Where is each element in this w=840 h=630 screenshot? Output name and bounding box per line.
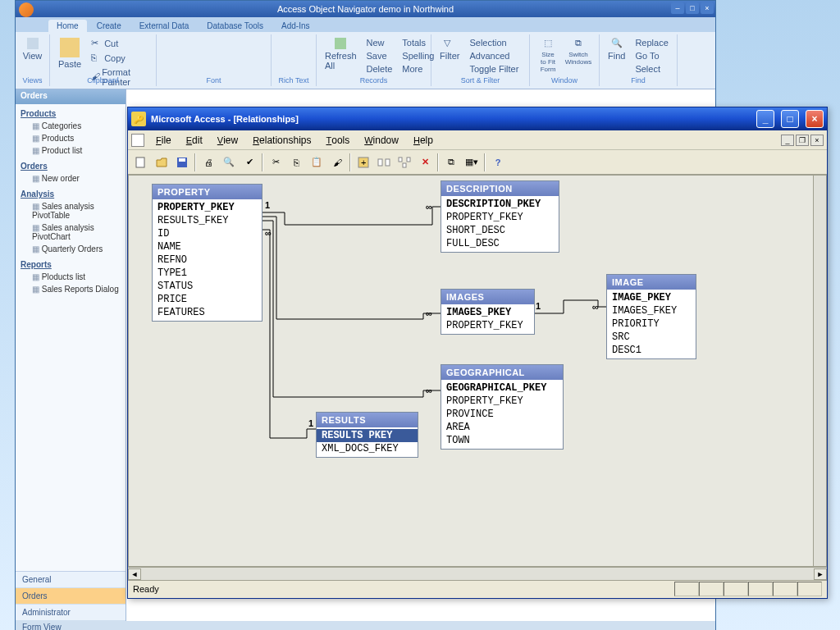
fg-minimize[interactable]: _ [756, 110, 774, 128]
vertical-scrollbar[interactable] [813, 176, 826, 566]
toolbar-copy-icon[interactable]: ⎘ [286, 153, 306, 172]
scroll-right-icon[interactable]: ► [814, 568, 827, 580]
toggle-filter-button[interactable]: Toggle Filter [466, 62, 522, 75]
nav-item[interactable]: Ploducts list [17, 271, 124, 283]
nav-group-orders[interactable]: Orders [17, 160, 124, 172]
relationships-canvas[interactable]: 1∞ ∞ ∞ ∞1 1∞ PROPERTY PROPERTY_PKEY RESU… [128, 175, 827, 567]
field[interactable]: PRIORITY [607, 317, 696, 331]
field[interactable]: PROPERTY_FKEY [441, 319, 534, 332]
toolbar-spelling-icon[interactable]: ✔ [240, 153, 259, 172]
tab-database-tools[interactable]: Database Tools [199, 20, 272, 32]
menu-view[interactable]: View [211, 132, 244, 148]
toolbar-all-rel-icon[interactable] [395, 153, 414, 172]
nav-bottom-admin[interactable]: Administrator [16, 605, 126, 621]
toolbar-db-window-icon[interactable]: ⧉ [441, 153, 461, 172]
nav-item[interactable]: Quarterly Orders [17, 243, 124, 255]
field[interactable]: IMAGES_PKEY [441, 306, 534, 319]
nav-bottom-orders[interactable]: Orders [16, 588, 126, 605]
menu-relationships[interactable]: Relationships [246, 132, 317, 148]
tab-create[interactable]: Create [89, 20, 130, 32]
nav-item[interactable]: Sales Reports Dialog [17, 283, 124, 295]
select-button[interactable]: Select [632, 62, 671, 75]
toolbar-format-painter-icon[interactable]: 🖌 [327, 153, 347, 172]
tab-add-ins[interactable]: Add-Ins [273, 20, 317, 32]
field[interactable]: FULL_DESC [441, 237, 559, 250]
field[interactable]: TYPE1 [153, 267, 262, 280]
size-to-fit-button[interactable]: ⬚Size to Fit Form [535, 36, 561, 75]
nav-group-analysis[interactable]: Analysis [17, 188, 124, 200]
nav-item[interactable]: Sales analysis PivotTable [17, 200, 124, 221]
menu-tools[interactable]: Tools [319, 132, 356, 148]
replace-button[interactable]: Replace [632, 36, 671, 49]
bg-maximize[interactable]: □ [686, 2, 699, 14]
table-geographical[interactable]: GEOGRAPHICAL GEOGRAPHICAL_PKEY PROPERTY_… [441, 364, 564, 450]
menu-window[interactable]: Window [358, 132, 405, 148]
field[interactable]: PRICE [153, 293, 262, 306]
nav-item[interactable]: Products [17, 132, 124, 144]
field[interactable]: IMAGE_PKEY [607, 291, 696, 304]
field[interactable]: STATUS [153, 280, 262, 293]
field[interactable]: DESC1 [607, 344, 696, 357]
horizontal-scrollbar[interactable]: ◄ ► [128, 567, 827, 580]
fg-titlebar[interactable]: 🔑 Microsoft Access - [Relationships] _ □… [128, 107, 827, 130]
toolbar-print-icon[interactable]: 🖨 [199, 153, 218, 172]
bg-minimize[interactable]: – [671, 2, 684, 14]
toolbar-help-icon[interactable]: ? [488, 153, 508, 172]
mdi-restore[interactable]: ❐ [796, 135, 809, 146]
field[interactable]: PROPERTY_FKEY [441, 211, 559, 224]
copy-button[interactable]: ⎘Copy [88, 51, 151, 66]
office-button[interactable] [19, 2, 34, 17]
field[interactable]: ID [153, 227, 262, 240]
save-button[interactable]: Save [363, 49, 396, 62]
bg-close[interactable]: × [701, 2, 714, 14]
mdi-icon[interactable] [131, 134, 144, 147]
field[interactable]: GEOGRAPHICAL_PKEY [441, 381, 563, 395]
nav-item[interactable]: Product list [17, 144, 124, 157]
mdi-close[interactable]: × [810, 135, 824, 146]
mdi-minimize[interactable]: _ [781, 135, 794, 146]
tab-home[interactable]: Home [48, 20, 87, 32]
view-button[interactable]: View [21, 36, 44, 62]
field[interactable]: IMAGES_FKEY [607, 304, 696, 317]
field[interactable]: DESCRIPTION_PKEY [441, 198, 559, 211]
toolbar-clear-layout-icon[interactable]: ✕ [415, 153, 435, 172]
field[interactable]: PROVINCE [441, 408, 563, 421]
cut-button[interactable]: ✂Cut [88, 36, 151, 51]
selection-button[interactable]: Selection [466, 36, 522, 49]
table-property[interactable]: PROPERTY PROPERTY_PKEY RESULTS_FKEY ID N… [152, 184, 262, 322]
field[interactable]: SRC [607, 331, 696, 344]
table-image[interactable]: IMAGE IMAGE_PKEY IMAGES_FKEY PRIORITY SR… [606, 274, 696, 359]
field[interactable]: FEATURES [153, 306, 262, 319]
field[interactable]: RESULTS_FKEY [153, 214, 262, 227]
nav-item[interactable]: Categories [17, 120, 124, 132]
toolbar-cut-icon[interactable]: ✂ [266, 153, 285, 172]
toolbar-new-object-icon[interactable]: ▦▾ [462, 153, 482, 172]
nav-group-products[interactable]: Products [17, 107, 124, 120]
goto-button[interactable]: Go To [632, 49, 671, 62]
nav-item[interactable]: New order [17, 172, 124, 185]
scroll-left-icon[interactable]: ◄ [128, 568, 141, 580]
field[interactable]: XML_DOCS_FKEY [317, 442, 418, 455]
field[interactable]: NAME [153, 240, 262, 253]
nav-header[interactable]: Orders [16, 89, 126, 104]
tab-external-data[interactable]: External Data [131, 20, 198, 32]
toolbar-direct-rel-icon[interactable] [374, 153, 394, 172]
fg-maximize[interactable]: □ [781, 110, 799, 128]
filter-button[interactable]: ▽Filter [436, 36, 463, 75]
field[interactable]: SHORT_DESC [441, 224, 559, 237]
advanced-button[interactable]: Advanced [466, 49, 522, 62]
nav-group-reports[interactable]: Reports [17, 258, 124, 271]
nav-bottom-general[interactable]: General [16, 572, 126, 588]
fg-close[interactable]: × [806, 110, 824, 128]
toolbar-new-icon[interactable] [131, 153, 151, 172]
field[interactable]: PROPERTY_FKEY [441, 395, 563, 408]
nav-item[interactable]: Sales analysis PivotChart [17, 221, 124, 243]
refresh-button[interactable]: Refresh All [322, 36, 360, 75]
new-button[interactable]: New [363, 36, 396, 49]
menu-edit[interactable]: Edit [180, 132, 209, 148]
switch-windows-button[interactable]: ⧉Switch Windows [563, 36, 594, 75]
toolbar-preview-icon[interactable]: 🔍 [219, 153, 239, 172]
field[interactable]: RESULTS PKEY [317, 429, 418, 442]
field[interactable]: AREA [441, 421, 563, 434]
toolbar-show-table-icon[interactable]: + [354, 153, 373, 172]
